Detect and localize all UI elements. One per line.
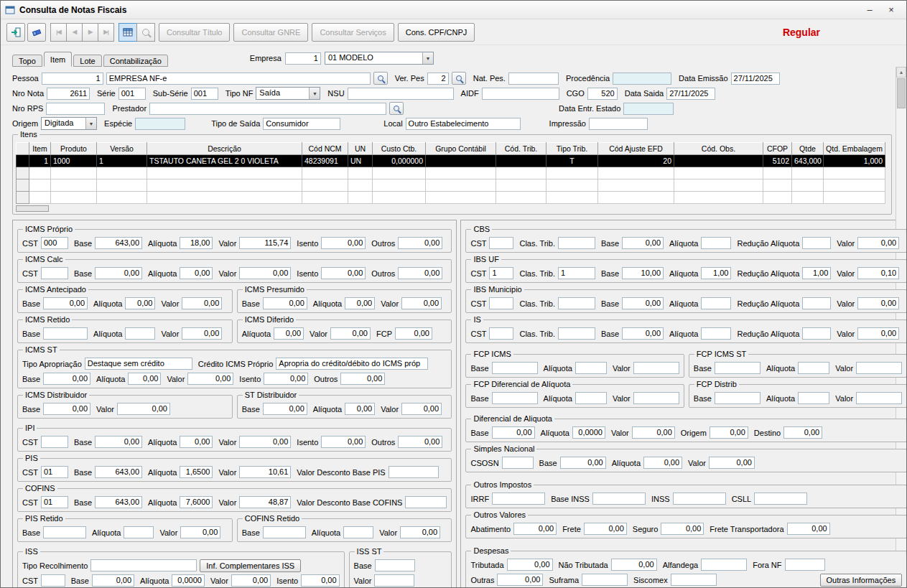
cofins-valor-field[interactable]: 48,87 <box>239 496 291 508</box>
col-header-descricao[interactable]: Descrição <box>147 143 302 155</box>
chevron-down-icon[interactable]: ▼ <box>422 52 433 64</box>
outros-impostos-base-inss-field[interactable] <box>592 493 646 505</box>
outros-impostos-csll-field[interactable] <box>754 493 807 505</box>
icms-st-aliquota-field[interactable]: 0,00 <box>128 373 161 385</box>
cell-qtde[interactable]: 643,000 <box>792 155 824 167</box>
cbs-aliquota-field[interactable] <box>701 237 731 249</box>
cell-tipo-trib[interactable]: T <box>546 155 598 167</box>
cofins-cst-field[interactable]: 01 <box>41 496 68 508</box>
col-header-grupo-contabil[interactable]: Grupo Contábil <box>426 143 496 155</box>
data-saida-field[interactable]: 27/11/2025 <box>666 88 715 100</box>
ibs-municipio-aliquota-field[interactable] <box>701 297 731 309</box>
itens-empty-row[interactable] <box>17 192 885 204</box>
fcp-icms-aliquota-field[interactable] <box>575 362 607 374</box>
ibs-uf-reducao-aliquota-field[interactable]: 1,00 <box>802 267 831 279</box>
outros-valores-seguro-field[interactable]: 0,00 <box>661 523 704 535</box>
clear-button[interactable] <box>27 23 46 42</box>
itens-table[interactable]: ItemProdutoVersãoDescriçãoCód NCMUNCusto… <box>16 142 885 204</box>
col-header-produto[interactable]: Produto <box>51 143 97 155</box>
despesas-fora-nf-field[interactable] <box>785 559 825 571</box>
last-record-button[interactable]: ▶| <box>98 23 114 42</box>
is-reducao-aliquota-field[interactable] <box>802 327 831 340</box>
outros-valores-abatimento-field[interactable]: 0,00 <box>513 523 557 535</box>
consultar-gnre-button[interactable]: Consultar GNRE <box>233 23 308 42</box>
col-header-qtde[interactable]: Qtde <box>792 143 824 155</box>
pis-retido-valor-field[interactable]: 0,00 <box>180 526 220 538</box>
fcp-diferencial-de-aliquota-aliquota-field[interactable] <box>575 392 607 404</box>
inf-complementares-iss-button[interactable]: Inf. Complementares ISS <box>200 559 301 572</box>
fcp-icms-st-aliquota-field[interactable] <box>798 362 829 374</box>
pessoa-name-field[interactable]: EMPRESA NF-e <box>106 73 371 85</box>
is-valor-field[interactable]: 0,00 <box>857 327 899 340</box>
cons-cpf-cnpj-button[interactable]: Cons. CPF/CNPJ <box>398 23 475 42</box>
st-distribuidor-base-field[interactable]: 0,00 <box>263 403 307 415</box>
icms-antecipado-valor-field[interactable]: 0,00 <box>182 297 222 309</box>
nsu-field[interactable] <box>348 88 454 100</box>
col-header-cod-ajuste-efd[interactable]: Cód Ajuste EFD <box>598 143 674 155</box>
icms-antecipado-aliquota-field[interactable]: 0,00 <box>125 297 155 309</box>
local-field[interactable]: Outro Estabelecimento <box>406 118 521 130</box>
cofins-base-field[interactable]: 643,00 <box>95 496 142 508</box>
cbs-clas-trib-field[interactable] <box>558 237 595 249</box>
icms-diferido-valor-field[interactable]: 0,00 <box>330 327 371 340</box>
cell-qtd-embalagem[interactable]: 1,000 <box>824 155 885 167</box>
ipi-isento-field[interactable]: 0,00 <box>321 436 366 448</box>
fcp-diferencial-de-aliquota-base-field[interactable] <box>492 392 538 404</box>
icms-st-credito-icms-proprio-field[interactable]: Apropria do crédito/débito do ICMS próp <box>276 358 428 370</box>
despesas-tributada-field[interactable]: 0,00 <box>507 559 553 571</box>
icms-presumido-aliquota-field[interactable]: 0,00 <box>345 297 375 309</box>
icms-st-outros-field[interactable]: 0,00 <box>340 373 385 385</box>
icms-calc-outros-field[interactable]: 0,00 <box>398 267 442 279</box>
col-header-cod-obs[interactable]: Cód. Obs. <box>674 143 763 155</box>
cell-cod-ncm[interactable]: 48239091 <box>302 155 348 167</box>
cell-un[interactable]: UN <box>348 155 373 167</box>
procedencia-field[interactable] <box>613 73 671 85</box>
iss-tipo-recolhimento-field[interactable] <box>90 559 197 571</box>
consultar-titulo-button[interactable]: Consultar Título <box>159 23 230 42</box>
outros-valores-frete-transportadora-field[interactable]: 0,00 <box>787 523 830 535</box>
outras-informacoes-button[interactable]: Outras Informações <box>820 574 903 587</box>
serie-field[interactable]: 001 <box>118 88 146 100</box>
ibs-municipio-reducao-aliquota-field[interactable] <box>802 297 831 309</box>
minimize-button[interactable]: – <box>859 2 880 18</box>
despesas-nao-tributada-field[interactable]: 0,00 <box>611 559 657 571</box>
outros-impostos-inss-field[interactable] <box>673 493 726 505</box>
sub-serie-field[interactable]: 001 <box>191 88 218 100</box>
ibs-uf-clas-trib-field[interactable]: 1 <box>558 267 595 279</box>
scroll-thumb[interactable] <box>897 78 906 108</box>
ibs-uf-aliquota-field[interactable]: 1,00 <box>701 267 731 279</box>
iss-base-field[interactable]: 0,00 <box>92 574 134 587</box>
col-header-item[interactable]: Item <box>29 143 51 155</box>
fcp-diferencial-de-aliquota-valor-field[interactable] <box>633 392 679 404</box>
col-header-versao[interactable]: Versão <box>97 143 147 155</box>
prestador-field[interactable] <box>149 103 386 115</box>
cofins-aliquota-field[interactable]: 7,6000 <box>180 496 213 508</box>
ibs-municipio-valor-field[interactable]: 0,00 <box>857 297 899 309</box>
next-record-button[interactable]: ▶ <box>82 23 98 42</box>
fcp-distrib-aliquota-field[interactable] <box>798 392 829 404</box>
diferencial-de-aliquota-destino-field[interactable]: 0,00 <box>783 426 822 439</box>
icms-st-valor-field[interactable]: 0,00 <box>187 373 233 385</box>
icms-st-base-field[interactable]: 0,00 <box>43 373 90 385</box>
ver-pes-field[interactable]: 2 <box>427 73 449 85</box>
pessoa-search-button[interactable] <box>373 72 388 85</box>
ipi-valor-field[interactable]: 0,00 <box>239 436 291 448</box>
especie-field[interactable] <box>135 118 185 130</box>
st-distribuidor-valor-field[interactable]: 0,00 <box>401 403 442 415</box>
col-header-qtd-embalagem[interactable]: Qtd. Embalagem <box>824 143 885 155</box>
pessoa-code-field[interactable]: 1 <box>42 73 103 85</box>
aidf-field[interactable] <box>482 88 559 100</box>
diferencial-de-aliquota-valor-field[interactable]: 0,00 <box>632 426 675 439</box>
col-header-cod-trib[interactable]: Cód. Trib. <box>496 143 546 155</box>
outros-valores-frete-field[interactable]: 0,00 <box>584 523 627 535</box>
ipi-cst-field[interactable] <box>41 436 68 448</box>
data-entr-estado-field[interactable] <box>623 103 674 115</box>
icms-st-isento-field[interactable]: 0,00 <box>264 373 308 385</box>
simples-nacional-base-field[interactable]: 0,00 <box>560 457 606 469</box>
simples-nacional-csosn-field[interactable] <box>502 457 534 469</box>
itens-horizontal-scrollbar[interactable] <box>16 205 49 212</box>
cell-cfop[interactable]: 5102 <box>763 155 792 167</box>
icms-st-tipo-apropriacao-field[interactable]: Destaque sem crédito <box>85 358 192 370</box>
prestador-search-button[interactable] <box>389 102 404 115</box>
is-clas-trib-field[interactable] <box>558 327 595 340</box>
